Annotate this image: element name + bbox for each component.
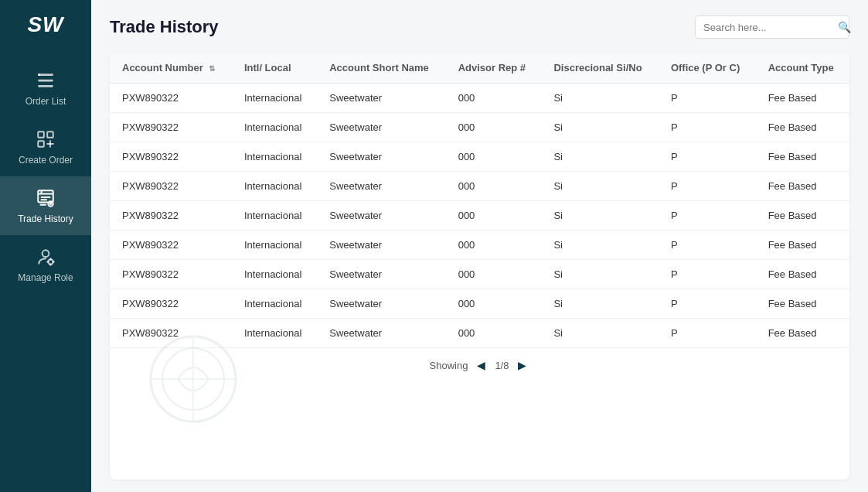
app-logo: SW bbox=[27, 12, 63, 37]
cell-account-short-name: Sweetwater bbox=[317, 231, 445, 260]
col-account-type: Account Type bbox=[756, 53, 849, 84]
table-row[interactable]: PXW890322 Internacional Sweetwater 000 S… bbox=[110, 231, 849, 260]
svg-rect-1 bbox=[38, 80, 53, 82]
cell-office: P bbox=[659, 319, 756, 348]
cell-advisor-rep: 000 bbox=[446, 201, 542, 231]
cell-account-number: PXW890322 bbox=[110, 172, 232, 201]
cell-account-number: PXW890322 bbox=[110, 289, 232, 319]
cell-account-number: PXW890322 bbox=[110, 201, 232, 231]
search-input[interactable] bbox=[703, 22, 833, 33]
table-row[interactable]: PXW890322 Internacional Sweetwater 000 S… bbox=[110, 84, 849, 113]
cell-account-number: PXW890322 bbox=[110, 231, 232, 260]
cell-office: P bbox=[659, 84, 756, 113]
cell-account-number: PXW890322 bbox=[110, 319, 232, 348]
cell-intl-local: Internacional bbox=[232, 231, 317, 260]
cell-advisor-rep: 000 bbox=[446, 289, 542, 319]
cell-advisor-rep: 000 bbox=[446, 172, 542, 201]
cell-intl-local: Internacional bbox=[232, 201, 317, 231]
sidebar-item-order-list[interactable]: Order List bbox=[0, 59, 91, 118]
cell-discrecional: Si bbox=[541, 142, 658, 172]
svg-point-17 bbox=[43, 250, 49, 257]
svg-rect-3 bbox=[38, 73, 40, 76]
sidebar-item-trade-history-label: Trade History bbox=[18, 214, 73, 224]
cell-advisor-rep: 000 bbox=[446, 260, 542, 289]
cell-advisor-rep: 000 bbox=[446, 84, 542, 113]
col-advisor-rep: Advisor Rep # bbox=[446, 53, 542, 84]
cell-office: P bbox=[659, 172, 756, 201]
cell-account-number: PXW890322 bbox=[110, 260, 232, 289]
sidebar-item-manage-role-label: Manage Role bbox=[18, 272, 73, 283]
pagination: Showing ◀ 1/8 ▶ bbox=[110, 347, 849, 376]
cell-intl-local: Internacional bbox=[232, 289, 317, 319]
table-row[interactable]: PXW890322 Internacional Sweetwater 000 S… bbox=[110, 113, 849, 142]
cell-discrecional: Si bbox=[541, 231, 658, 260]
prev-page-button[interactable]: ◀ bbox=[474, 357, 488, 373]
cell-account-type: Fee Based bbox=[756, 289, 849, 319]
cell-account-type: Fee Based bbox=[756, 260, 849, 289]
col-discrecional: Discrecional Si/No bbox=[541, 53, 658, 84]
cell-intl-local: Internacional bbox=[232, 84, 317, 113]
svg-rect-2 bbox=[38, 85, 53, 87]
cell-account-short-name: Sweetwater bbox=[317, 84, 445, 113]
sidebar-item-trade-history[interactable]: Trade History bbox=[0, 176, 91, 235]
cell-advisor-rep: 000 bbox=[446, 113, 542, 142]
table-header: Account Number ⇅ Intl/ Local Account Sho… bbox=[110, 53, 849, 84]
table-row[interactable]: PXW890322 Internacional Sweetwater 000 S… bbox=[110, 142, 849, 172]
search-box[interactable]: 🔍 bbox=[695, 15, 849, 39]
table-row[interactable]: PXW890322 Internacional Sweetwater 000 S… bbox=[110, 201, 849, 231]
cell-discrecional: Si bbox=[541, 260, 658, 289]
sidebar-item-order-list-label: Order List bbox=[26, 96, 66, 107]
cell-discrecional: Si bbox=[541, 201, 658, 231]
page-header: Trade History 🔍 bbox=[110, 15, 849, 39]
trade-icon bbox=[35, 187, 56, 209]
cell-office: P bbox=[659, 260, 756, 289]
cell-office: P bbox=[659, 289, 756, 319]
cell-account-type: Fee Based bbox=[756, 172, 849, 201]
cell-discrecional: Si bbox=[541, 172, 658, 201]
cell-advisor-rep: 000 bbox=[446, 319, 542, 348]
cell-account-type: Fee Based bbox=[756, 113, 849, 142]
cell-account-short-name: Sweetwater bbox=[317, 201, 445, 231]
cell-account-type: Fee Based bbox=[756, 84, 849, 113]
cell-discrecional: Si bbox=[541, 289, 658, 319]
cell-account-short-name: Sweetwater bbox=[317, 142, 445, 172]
sidebar: SW Order List Create Order bbox=[0, 0, 91, 492]
table-row[interactable]: PXW890322 Internacional Sweetwater 000 S… bbox=[110, 260, 849, 289]
cell-office: P bbox=[659, 113, 756, 142]
manage-role-icon bbox=[35, 246, 56, 268]
table-row[interactable]: PXW890322 Internacional Sweetwater 000 S… bbox=[110, 172, 849, 201]
svg-rect-5 bbox=[47, 132, 53, 138]
col-office: Office (P Or C) bbox=[659, 53, 756, 84]
table-row[interactable]: PXW890322 Internacional Sweetwater 000 S… bbox=[110, 319, 849, 348]
cell-intl-local: Internacional bbox=[232, 260, 317, 289]
sidebar-item-manage-role[interactable]: Manage Role bbox=[0, 235, 91, 294]
cell-office: P bbox=[659, 231, 756, 260]
cell-account-type: Fee Based bbox=[756, 142, 849, 172]
svg-rect-4 bbox=[38, 132, 44, 138]
cell-discrecional: Si bbox=[541, 113, 658, 142]
cell-discrecional: Si bbox=[541, 319, 658, 348]
table-body: PXW890322 Internacional Sweetwater 000 S… bbox=[110, 84, 849, 348]
cell-intl-local: Internacional bbox=[232, 142, 317, 172]
table-row[interactable]: PXW890322 Internacional Sweetwater 000 S… bbox=[110, 289, 849, 319]
col-account-short-name: Account Short Name bbox=[317, 53, 445, 84]
sidebar-item-create-order-label: Create Order bbox=[19, 155, 73, 166]
next-page-button[interactable]: ▶ bbox=[515, 357, 529, 373]
grid-plus-icon bbox=[35, 128, 56, 150]
cell-account-number: PXW890322 bbox=[110, 142, 232, 172]
cell-intl-local: Internacional bbox=[232, 172, 317, 201]
cell-office: P bbox=[659, 142, 756, 172]
main-content: Trade History 🔍 Account Number ⇅ Intl/ L… bbox=[91, 0, 868, 492]
col-account-number[interactable]: Account Number ⇅ bbox=[110, 53, 232, 84]
sidebar-item-create-order[interactable]: Create Order bbox=[0, 118, 91, 176]
sort-icon: ⇅ bbox=[209, 64, 215, 73]
search-icon: 🔍 bbox=[838, 21, 851, 33]
page-indicator: 1/8 bbox=[495, 360, 509, 371]
svg-rect-0 bbox=[38, 73, 53, 76]
cell-account-type: Fee Based bbox=[756, 231, 849, 260]
list-icon bbox=[35, 70, 56, 91]
cell-intl-local: Internacional bbox=[232, 319, 317, 348]
cell-account-short-name: Sweetwater bbox=[317, 113, 445, 142]
cell-account-short-name: Sweetwater bbox=[317, 172, 445, 201]
trade-history-table-container: Account Number ⇅ Intl/ Local Account Sho… bbox=[110, 53, 849, 480]
